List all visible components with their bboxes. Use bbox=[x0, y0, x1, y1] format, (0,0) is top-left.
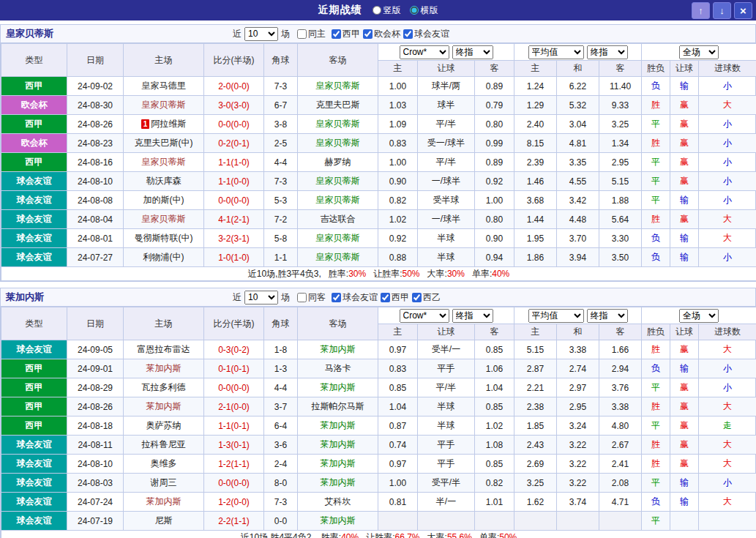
away-team[interactable]: 皇家贝蒂斯 bbox=[298, 172, 378, 191]
same-venue-checkbox-input[interactable] bbox=[297, 29, 307, 39]
avg-stage-select[interactable]: 终指 bbox=[587, 45, 628, 59]
handicap: 受平/半 bbox=[418, 474, 475, 493]
home-team[interactable]: 皇家贝蒂斯 bbox=[124, 153, 204, 172]
away-team[interactable]: 吉达联合 bbox=[298, 210, 378, 229]
home-team[interactable]: 勒沃库森 bbox=[124, 172, 204, 191]
home-team[interactable]: 皇家马德里 bbox=[124, 77, 204, 96]
away-team[interactable]: 皇家贝蒂斯 bbox=[298, 248, 378, 267]
same-venue-checkbox-input[interactable] bbox=[297, 293, 307, 302]
horizontal-layout-radio-input[interactable] bbox=[410, 6, 419, 15]
home-team[interactable]: 加的斯(中) bbox=[124, 191, 204, 210]
away-team[interactable]: 皇家贝蒂斯 bbox=[298, 229, 378, 248]
away-team[interactable]: 克里夫巴斯 bbox=[298, 96, 378, 115]
summary-stat-value: 40% bbox=[341, 532, 359, 538]
away-team[interactable]: 皇家贝蒂斯 bbox=[298, 134, 378, 153]
away-team[interactable]: 莱加内斯 bbox=[298, 474, 378, 493]
avg-draw-odds: 5.32 bbox=[557, 96, 599, 115]
league-filter-checkbox[interactable]: 西乙 bbox=[412, 291, 441, 304]
team-name-text: 加的斯(中) bbox=[143, 195, 184, 205]
home-team[interactable]: 谢周三 bbox=[124, 474, 204, 493]
league-filter-checkbox-input[interactable] bbox=[332, 29, 341, 39]
average-select[interactable]: 平均值 bbox=[528, 309, 584, 323]
recent-label: 近 bbox=[233, 291, 242, 304]
scope-select[interactable]: 全场 bbox=[679, 309, 719, 323]
home-team[interactable]: 奥萨苏纳 bbox=[124, 416, 204, 436]
league-filter-checkbox[interactable]: 西甲 bbox=[332, 28, 360, 40]
goals-outcome: 小 bbox=[699, 248, 756, 267]
away-team[interactable]: 莱加内斯 bbox=[298, 436, 378, 455]
home-team[interactable]: 皇家贝蒂斯 bbox=[124, 210, 204, 229]
col-header-handicap: 让球 bbox=[418, 61, 475, 77]
home-team[interactable]: 瓦拉多利德 bbox=[124, 378, 204, 397]
col-header-away-odds: 客 bbox=[475, 324, 514, 340]
horizontal-layout-radio[interactable]: 横版 bbox=[410, 4, 438, 17]
avg-stage-select[interactable]: 终指 bbox=[587, 309, 628, 323]
average-select[interactable]: 平均值 bbox=[528, 45, 584, 59]
away-team[interactable]: 皇家贝蒂斯 bbox=[298, 77, 378, 96]
same-venue-checkbox[interactable]: 同主 bbox=[297, 28, 326, 40]
home-team[interactable]: 富恩拉布雷达 bbox=[124, 340, 204, 359]
home-odds: 1.04 bbox=[378, 397, 418, 416]
away-odds: 0.85 bbox=[475, 455, 514, 474]
score: 0-0(0-0) bbox=[204, 115, 264, 134]
vertical-layout-radio[interactable]: 竖版 bbox=[373, 4, 401, 17]
up-arrow-icon: ↑ bbox=[698, 6, 703, 15]
odds-stage-select[interactable]: 终指 bbox=[452, 309, 493, 323]
away-team[interactable]: 艾科坎 bbox=[298, 493, 378, 512]
home-team[interactable]: 奥维多 bbox=[124, 455, 204, 474]
match-row: 欧会杯24-08-30皇家贝蒂斯3-0(3-0)6-7克里夫巴斯1.03球半0.… bbox=[1, 96, 756, 115]
bookmaker-select[interactable]: Crow* bbox=[400, 309, 449, 323]
corners: 2-5 bbox=[264, 134, 298, 153]
away-team[interactable]: 皇家贝蒂斯 bbox=[298, 115, 378, 134]
away-team[interactable]: 莱加内斯 bbox=[298, 455, 378, 474]
avg-draw-odds: 3.38 bbox=[557, 340, 599, 359]
odds-stage-select[interactable]: 终指 bbox=[452, 45, 493, 59]
avg-away-odds: 4.71 bbox=[599, 493, 642, 512]
away-team[interactable]: 莱加内斯 bbox=[298, 378, 378, 397]
league-filter-checkbox[interactable]: 球会友谊 bbox=[403, 28, 449, 40]
league-filter-checkbox-input[interactable] bbox=[332, 293, 341, 302]
away-team[interactable]: 马洛卡 bbox=[298, 359, 378, 378]
league-filter-checkbox-input[interactable] bbox=[381, 293, 390, 302]
home-team[interactable]: 莱加内斯 bbox=[124, 359, 204, 378]
home-team[interactable]: 皇家贝蒂斯 bbox=[124, 96, 204, 115]
league-filter-checkbox-input[interactable] bbox=[412, 293, 422, 302]
home-team[interactable]: 莱加内斯 bbox=[124, 493, 204, 512]
league-filter-checkbox[interactable]: 欧会杯 bbox=[363, 28, 400, 40]
result-outcome: 平 bbox=[642, 115, 670, 134]
move-up-button[interactable]: ↑ bbox=[692, 2, 710, 19]
away-team[interactable]: 皇家贝蒂斯 bbox=[298, 191, 378, 210]
match-row: 球会友谊24-08-10奥维多1-2(1-1)2-4莱加内斯0.97平手0.85… bbox=[1, 455, 756, 474]
home-odds: 1.00 bbox=[378, 77, 418, 96]
recent-count-select[interactable]: 10 bbox=[244, 291, 278, 305]
home-team[interactable]: 克里夫巴斯(中) bbox=[124, 134, 204, 153]
handicap-outcome: 输 bbox=[670, 359, 699, 378]
home-team[interactable]: 莱加内斯 bbox=[124, 397, 204, 416]
league-type-badge: 球会友谊 bbox=[1, 229, 67, 248]
league-filter-checkbox[interactable]: 球会友谊 bbox=[332, 291, 378, 304]
league-filter-checkbox[interactable]: 西甲 bbox=[381, 291, 409, 304]
home-odds: 0.97 bbox=[378, 455, 418, 474]
avg-draw-odds: 3.42 bbox=[557, 191, 599, 210]
score: 1-1(1-0) bbox=[204, 153, 264, 172]
close-button[interactable]: × bbox=[734, 2, 752, 19]
same-venue-checkbox[interactable]: 同客 bbox=[297, 291, 326, 304]
away-team[interactable]: 莱加内斯 bbox=[298, 416, 378, 436]
league-filter-checkbox-input[interactable] bbox=[403, 29, 413, 39]
home-team[interactable]: 1阿拉维斯 bbox=[124, 115, 204, 134]
move-down-button[interactable]: ↓ bbox=[713, 2, 731, 19]
away-team[interactable]: 赫罗纳 bbox=[298, 153, 378, 172]
home-team[interactable]: 尼斯 bbox=[124, 512, 204, 531]
away-team[interactable]: 莱加内斯 bbox=[298, 340, 378, 359]
recent-count-select[interactable]: 10 bbox=[244, 27, 278, 41]
scope-select[interactable]: 全场 bbox=[679, 45, 719, 59]
home-team[interactable]: 曼彻斯特联(中) bbox=[124, 229, 204, 248]
league-filter-label: 球会友谊 bbox=[414, 28, 449, 40]
home-team[interactable]: 拉科鲁尼亚 bbox=[124, 436, 204, 455]
league-filter-checkbox-input[interactable] bbox=[363, 29, 373, 39]
away-team[interactable]: 拉斯帕尔马斯 bbox=[298, 397, 378, 416]
vertical-layout-radio-input[interactable] bbox=[373, 6, 381, 15]
away-team[interactable]: 莱加内斯 bbox=[298, 512, 378, 531]
bookmaker-select[interactable]: Crow* bbox=[400, 45, 449, 59]
home-team[interactable]: 利物浦(中) bbox=[124, 248, 204, 267]
